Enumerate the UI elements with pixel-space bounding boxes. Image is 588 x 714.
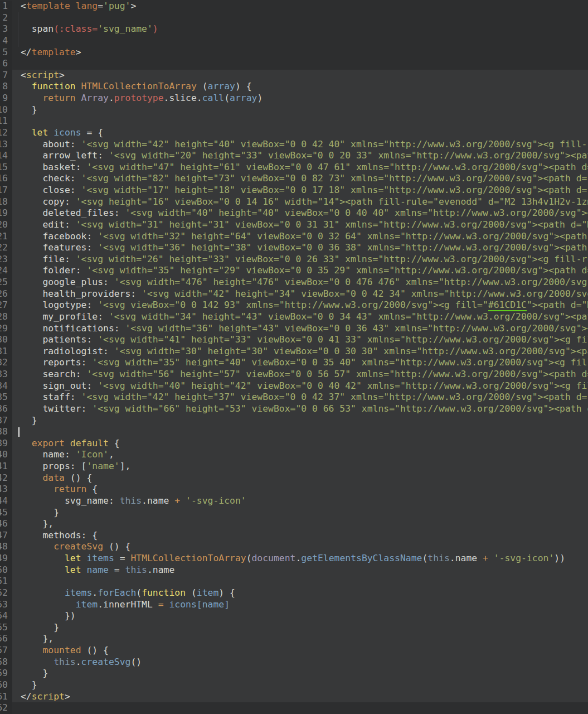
- line-content[interactable]: }: [12, 507, 588, 519]
- line-content[interactable]: </template>: [12, 47, 588, 59]
- line-number: 23: [0, 254, 12, 266]
- line-content[interactable]: twitter: '<svg width="66" height="53" vi…: [12, 403, 588, 415]
- line-content[interactable]: staff: '<svg width="42" height="37" view…: [12, 392, 588, 403]
- code-line: 25 google_plus: '<svg width="476" height…: [0, 277, 588, 288]
- line-content[interactable]: health_providers: '<svg width="42" heigh…: [12, 288, 588, 300]
- token-org: HTMLCollectionToArray: [76, 81, 197, 91]
- line-content[interactable]: [12, 12, 588, 24]
- line-content[interactable]: features: '<svg width="36" height="38" v…: [12, 242, 588, 254]
- line-content[interactable]: },: [12, 633, 588, 645]
- line-content[interactable]: radiologist: '<svg width="30" height="30…: [12, 346, 588, 358]
- line-content[interactable]: return {: [12, 484, 588, 495]
- line-content[interactable]: reports: '<svg width="35" height="40" vi…: [12, 357, 588, 369]
- line-content[interactable]: [12, 115, 588, 127]
- token-w: {: [86, 484, 98, 494]
- line-content[interactable]: span(:class='svg_name'): [12, 23, 588, 35]
- line-content[interactable]: }: [12, 668, 588, 679]
- line-content[interactable]: basket: '<svg width="47" height="61" vie…: [12, 162, 588, 173]
- line-content[interactable]: name: 'Icon',: [12, 449, 588, 461]
- line-content[interactable]: function HTMLCollectionToArray (array) {: [12, 81, 588, 93]
- token-str: '<svg width="32" height="64" viewBox="0 …: [98, 231, 588, 242]
- line-content[interactable]: },: [12, 518, 588, 530]
- line-number: 42: [0, 472, 12, 484]
- line-content[interactable]: notifications: '<svg width="36" height="…: [12, 323, 588, 335]
- token-w: =: [98, 1, 103, 11]
- line-content[interactable]: [12, 426, 588, 438]
- line-number: 33: [0, 369, 12, 380]
- token-str: '<svg width="56" height="57" viewBox="0 …: [86, 369, 588, 379]
- line-content[interactable]: folder: '<svg width="35" height="29" vie…: [12, 265, 588, 277]
- line-content[interactable]: google_plus: '<svg width="476" height="4…: [12, 277, 588, 288]
- token-w: [21, 657, 54, 667]
- line-content[interactable]: about: '<svg width="42" height="40" view…: [12, 139, 588, 151]
- code-line: 16 check: '<svg width="82" height="73" v…: [0, 173, 588, 185]
- line-content[interactable]: facebook: '<svg width="32" height="64" v…: [12, 231, 588, 243]
- line-content[interactable]: search: '<svg width="56" height="57" vie…: [12, 369, 588, 380]
- line-content[interactable]: }): [12, 610, 588, 622]
- code-line: 31 radiologist: '<svg width="30" height=…: [0, 346, 588, 358]
- line-content[interactable]: export default {: [12, 438, 588, 450]
- line-content[interactable]: edit: '<svg width="31" height="31" viewB…: [12, 219, 588, 231]
- line-number: 56: [0, 633, 12, 645]
- line-content[interactable]: this.createSvg(): [12, 657, 588, 668]
- token-str: '<svg width="42" height="37" viewBox="0 …: [81, 392, 588, 402]
- token-w: notifications:: [21, 323, 125, 334]
- line-content[interactable]: patients: '<svg width="41" height="33" v…: [12, 334, 588, 346]
- line-content[interactable]: [12, 702, 588, 714]
- line-content[interactable]: sign_out: '<svg width="40" height="42" v…: [12, 380, 588, 392]
- token-w: )): [554, 553, 565, 563]
- line-content[interactable]: methods: {: [12, 530, 588, 542]
- token-blu: forEach: [98, 587, 136, 598]
- code-line: 55 }: [0, 622, 588, 634]
- token-yel: function: [142, 587, 186, 598]
- line-content[interactable]: return Array.prototype.slice.call(array): [12, 93, 588, 104]
- line-content[interactable]: }: [12, 415, 588, 427]
- line-content[interactable]: <script>: [12, 70, 588, 81]
- token-w: [21, 565, 65, 575]
- line-content[interactable]: createSvg () {: [12, 541, 588, 553]
- token-str: '-svg-icon': [494, 553, 555, 563]
- line-content[interactable]: </script>: [12, 691, 588, 703]
- line-content[interactable]: [12, 576, 588, 587]
- line-content[interactable]: let items = HTMLCollectionToArray(docume…: [12, 553, 588, 565]
- code-line: 17 close: '<svg width="17" height="18" v…: [0, 185, 588, 196]
- line-content[interactable]: mounted () {: [12, 645, 588, 657]
- line-content[interactable]: logotype: '<svg viewBox="0 0 142 93" xml…: [12, 300, 588, 311]
- line-content[interactable]: deleted_files: '<svg width="40" height="…: [12, 208, 588, 219]
- line-content[interactable]: data () {: [12, 472, 588, 484]
- indent-guide: [18, 35, 18, 47]
- token-str: '<svg width="17" height="18" viewBox="0 …: [81, 185, 588, 195]
- token-blu: item: [197, 587, 218, 598]
- code-editor[interactable]: 1<template lang='pug'>23 span(:class='sv…: [0, 0, 588, 714]
- line-content[interactable]: [12, 35, 588, 47]
- line-number: 38: [0, 426, 12, 438]
- token-w: facebook:: [21, 231, 98, 242]
- token-w: >: [65, 691, 70, 702]
- line-content[interactable]: let icons = {: [12, 127, 588, 139]
- line-number: 45: [0, 507, 12, 519]
- line-content[interactable]: check: '<svg width="82" height="73" view…: [12, 173, 588, 185]
- line-content[interactable]: }: [12, 622, 588, 634]
- line-content[interactable]: file: '<svg width="26" height="33" viewB…: [12, 254, 588, 266]
- token-str: '<svg width="35" height="40" viewBox="0 …: [92, 357, 588, 368]
- line-content[interactable]: <template lang='pug'>: [12, 1, 588, 12]
- line-content[interactable]: }: [12, 104, 588, 116]
- line-content[interactable]: copy: '<svg height="16" viewBox="0 0 14 …: [12, 196, 588, 208]
- line-content[interactable]: }: [12, 679, 588, 691]
- line-content[interactable]: arrow_left: '<svg width="20" height="33"…: [12, 150, 588, 162]
- token-blu: item: [76, 599, 98, 610]
- code-line: 26 health_providers: '<svg width="42" he…: [0, 288, 588, 300]
- code-line: 21 facebook: '<svg width="32" height="64…: [0, 231, 588, 243]
- token-w: ) {: [218, 587, 235, 598]
- line-content[interactable]: [12, 58, 588, 70]
- line-content[interactable]: let name = this.name: [12, 565, 588, 576]
- line-content[interactable]: svg_name: this.name + '-svg-icon': [12, 495, 588, 507]
- line-content[interactable]: close: '<svg width="17" height="18" view…: [12, 185, 588, 196]
- line-content[interactable]: item.innerHTML = icons[name]: [12, 599, 588, 611]
- line-content[interactable]: props: ['name'],: [12, 461, 588, 472]
- line-content[interactable]: my_profile: '<svg width="34" height="43"…: [12, 311, 588, 323]
- line-number: 34: [0, 380, 12, 392]
- token-gold: script: [26, 70, 59, 80]
- code-line: 6: [0, 58, 588, 70]
- line-content[interactable]: items.forEach(function (item) {: [12, 587, 588, 599]
